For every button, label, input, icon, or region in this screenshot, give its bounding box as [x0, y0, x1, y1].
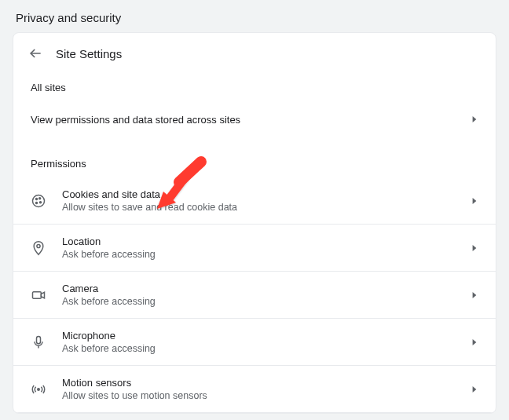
back-arrow-icon[interactable]: [27, 46, 43, 61]
card-title: Site Settings: [56, 47, 122, 60]
chevron-right-icon: [471, 291, 478, 299]
svg-point-3: [36, 198, 38, 199]
view-permissions-row[interactable]: View permissions and data stored across …: [13, 104, 496, 144]
motion-sub: Allow sites to use motion sensors: [62, 390, 471, 401]
chevron-right-icon: [471, 115, 478, 123]
view-permissions-label: View permissions and data stored across …: [31, 114, 471, 126]
svg-marker-7: [473, 198, 477, 204]
cookies-title: Cookies and site data: [62, 188, 471, 200]
microphone-icon: [31, 334, 46, 350]
section-permissions: Permissions: [13, 144, 496, 177]
microphone-row[interactable]: Microphone Ask before accessing: [13, 319, 496, 366]
camera-sub: Ask before accessing: [62, 296, 471, 307]
cookie-icon: [31, 193, 46, 209]
camera-title: Camera: [62, 283, 471, 294]
microphone-sub: Ask before accessing: [62, 343, 471, 354]
chevron-right-icon: [471, 244, 478, 252]
svg-point-8: [37, 244, 40, 247]
location-pin-icon: [31, 240, 46, 256]
svg-marker-17: [473, 386, 477, 393]
location-title: Location: [62, 236, 471, 247]
chevron-right-icon: [471, 385, 478, 393]
svg-point-6: [36, 202, 38, 203]
microphone-title: Microphone: [62, 330, 471, 341]
location-sub: Ask before accessing: [62, 249, 471, 260]
cookies-row[interactable]: Cookies and site data Allow sites to sav…: [13, 177, 496, 225]
svg-point-5: [40, 201, 42, 203]
card-header: Site Settings: [13, 33, 496, 72]
chevron-right-icon: [471, 197, 478, 205]
motion-title: Motion sensors: [62, 377, 471, 389]
svg-marker-15: [473, 339, 477, 345]
svg-marker-11: [41, 292, 44, 298]
location-row[interactable]: Location Ask before accessing: [13, 225, 496, 272]
chevron-right-icon: [471, 338, 478, 346]
motion-sensors-icon: [31, 382, 46, 397]
svg-marker-1: [473, 116, 477, 122]
page-header: Privacy and security: [0, 0, 509, 32]
motion-sensors-row[interactable]: Motion sensors Allow sites to use motion…: [13, 366, 496, 413]
svg-marker-9: [473, 245, 477, 251]
cookies-sub: Allow sites to save and read cookie data: [62, 202, 471, 213]
section-all-sites: All sites: [13, 72, 496, 104]
svg-rect-10: [33, 291, 42, 298]
settings-card: Site Settings All sites View permissions…: [13, 32, 496, 414]
camera-row[interactable]: Camera Ask before accessing: [13, 272, 496, 319]
svg-point-4: [39, 197, 41, 199]
svg-point-16: [38, 388, 40, 390]
svg-point-2: [33, 195, 45, 206]
svg-rect-13: [37, 336, 41, 343]
camera-icon: [31, 287, 46, 303]
svg-marker-12: [473, 292, 477, 298]
